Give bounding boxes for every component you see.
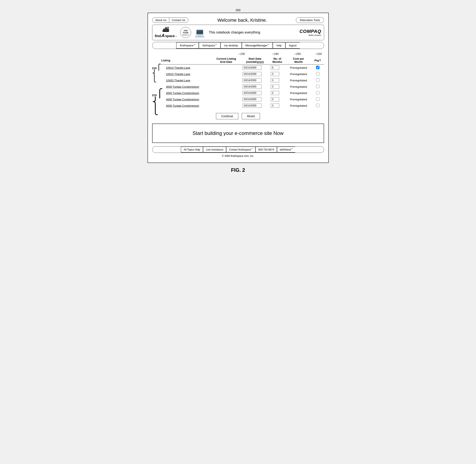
footer-all-topics-help[interactable]: All Topics Help xyxy=(181,146,203,153)
nav-listaspace[interactable]: listAspace™ xyxy=(199,42,220,49)
table-row: 4000 Tunlaw CondominiumPrenegotiated xyxy=(160,84,324,90)
months-input[interactable] xyxy=(271,66,279,70)
header-nav-buttons: About Us Contact Us xyxy=(152,18,189,23)
months-cell xyxy=(269,71,286,77)
diagram-ref-number: 200 xyxy=(236,9,240,12)
pay-checkbox[interactable] xyxy=(316,91,319,95)
table-row: 10915 Thanlet LanePrenegotiated xyxy=(160,71,324,77)
compaq-tagline: Better answers xyxy=(299,34,321,36)
ref-240: ⌐240 xyxy=(265,52,286,56)
start-date-cell xyxy=(241,84,269,90)
end-date-cell xyxy=(212,90,241,96)
table-row: 4000 Tunlaw CondominiumPrenegotiated xyxy=(160,96,324,102)
page-wrapper: About Us Contact Us Welcome back, Kristi… xyxy=(147,13,329,163)
ad-bottom-banner: Start building your e-commerce site Now xyxy=(152,124,324,143)
pay-cell xyxy=(311,65,324,71)
start-date-cell xyxy=(241,96,269,102)
reset-button[interactable]: Reset xyxy=(242,113,260,119)
nav-my-desktop[interactable]: my desktop xyxy=(220,42,242,49)
col-header-end-date: Current ListingEnd Date xyxy=(212,56,241,65)
cost-cell: Prenegotiated xyxy=(286,77,311,84)
listing-cell[interactable]: 4000 Tunlaw Condominium xyxy=(160,90,212,96)
start-date-input[interactable] xyxy=(243,66,261,70)
start-date-cell xyxy=(241,71,269,77)
pay-cell xyxy=(311,96,324,102)
pay-cell xyxy=(311,102,324,109)
listing-cell[interactable]: 10915 Thanlet Lane xyxy=(160,71,212,77)
footer-live-assistance[interactable]: Live Assistance xyxy=(203,146,226,153)
nav-logout[interactable]: logout xyxy=(285,42,300,49)
months-cell xyxy=(269,65,286,71)
end-date-cell xyxy=(212,71,241,77)
months-input[interactable] xyxy=(271,78,279,82)
pay-cell xyxy=(311,77,324,84)
pay-cell xyxy=(311,90,324,96)
cost-cell: Prenegotiated xyxy=(286,96,311,102)
col-header-pay: Pay? xyxy=(311,56,324,65)
logo-buildings-icon: 🏙 xyxy=(163,27,169,33)
start-date-cell xyxy=(241,77,269,84)
start-date-input[interactable] xyxy=(243,104,261,108)
cost-cell: Prenegotiated xyxy=(286,65,311,71)
listing-cell[interactable]: 4000 Tunlaw Condominium xyxy=(160,96,212,102)
relocation-tools-button[interactable]: Relocation Tools xyxy=(296,17,324,23)
compaq-name: COMPAQ xyxy=(299,29,321,34)
pay-cell xyxy=(311,71,324,77)
months-cell xyxy=(269,77,286,84)
table-row: 4000 Tunlaw CondominiumPrenegotiated xyxy=(160,90,324,96)
end-date-cell xyxy=(212,84,241,90)
footer-phone[interactable]: 800-754-9874 xyxy=(255,146,277,153)
start-date-cell xyxy=(241,90,269,96)
compaq-logo: COMPAQ Better answers xyxy=(299,29,321,36)
months-input[interactable] xyxy=(271,91,279,95)
cost-cell: Prenegotiated xyxy=(286,84,311,90)
pay-checkbox[interactable] xyxy=(316,97,319,101)
col-header-cost: Cost perMonth xyxy=(286,56,311,65)
end-date-cell xyxy=(212,77,241,84)
end-date-cell xyxy=(212,65,241,71)
pay-checkbox[interactable] xyxy=(316,72,319,76)
months-input[interactable] xyxy=(271,72,279,76)
months-cell xyxy=(269,90,286,96)
footer-tell-a-friend[interactable]: tellAfriend™ xyxy=(277,146,295,153)
nav-message-manager[interactable]: MessageManager™ xyxy=(242,42,273,49)
start-date-input[interactable] xyxy=(243,78,261,82)
listing-cell[interactable]: 10914 Thanlet Lane xyxy=(160,65,212,71)
nav-help[interactable]: help xyxy=(273,42,285,49)
ref-220: ⌐220 xyxy=(309,52,322,56)
banner-area: 🏙 find A space ™ intelinside pentium·II … xyxy=(152,25,324,40)
listing-cell[interactable]: 4000 Tunlaw Condominium xyxy=(160,84,212,90)
start-date-input[interactable] xyxy=(243,85,261,89)
months-input[interactable] xyxy=(271,97,279,101)
months-input[interactable] xyxy=(271,104,279,108)
listings-table: Listing Current ListingEnd Date Start Da… xyxy=(160,56,324,109)
cost-cell: Prenegotiated xyxy=(286,90,311,96)
logo-area: 🏙 find A space ™ xyxy=(155,27,177,38)
table-row: 4000 Tunlaw CondominiumPrenegotiated xyxy=(160,102,324,109)
start-date-input[interactable] xyxy=(243,97,261,101)
pay-checkbox[interactable] xyxy=(316,104,319,107)
months-input[interactable] xyxy=(271,85,279,89)
start-date-input[interactable] xyxy=(243,72,261,76)
nav-findaspace[interactable]: findAspace™ xyxy=(176,42,199,49)
pay-checkbox[interactable] xyxy=(316,85,319,88)
pay-cell xyxy=(311,84,324,90)
logo-find-text: find xyxy=(155,34,161,38)
listing-cell[interactable]: 4000 Tunlaw Condominium xyxy=(160,102,212,109)
pay-checkbox[interactable] xyxy=(316,66,319,69)
pay-checkbox[interactable] xyxy=(316,78,319,82)
col-header-listing: Listing xyxy=(160,56,212,65)
continue-button[interactable]: Continue xyxy=(216,113,238,119)
listing-cell[interactable]: 10920 Thanlet Lane xyxy=(160,77,212,84)
intel-badge: intelinside pentium·II xyxy=(180,27,191,38)
footer-contact-findaspace[interactable]: Contact findAspace™ xyxy=(226,146,255,153)
logo-a-text: A xyxy=(162,33,165,38)
button-row: Continue Reset xyxy=(152,113,324,119)
end-date-cell xyxy=(212,102,241,109)
start-date-input[interactable] xyxy=(243,91,261,95)
about-us-button[interactable]: About Us xyxy=(152,18,169,23)
months-cell xyxy=(269,84,286,90)
intel-inside-text: intelinside xyxy=(183,29,188,34)
contact-us-button[interactable]: Contact Us xyxy=(169,18,188,23)
bracket-210-top: 210⎧⎨⎩ xyxy=(152,64,161,82)
